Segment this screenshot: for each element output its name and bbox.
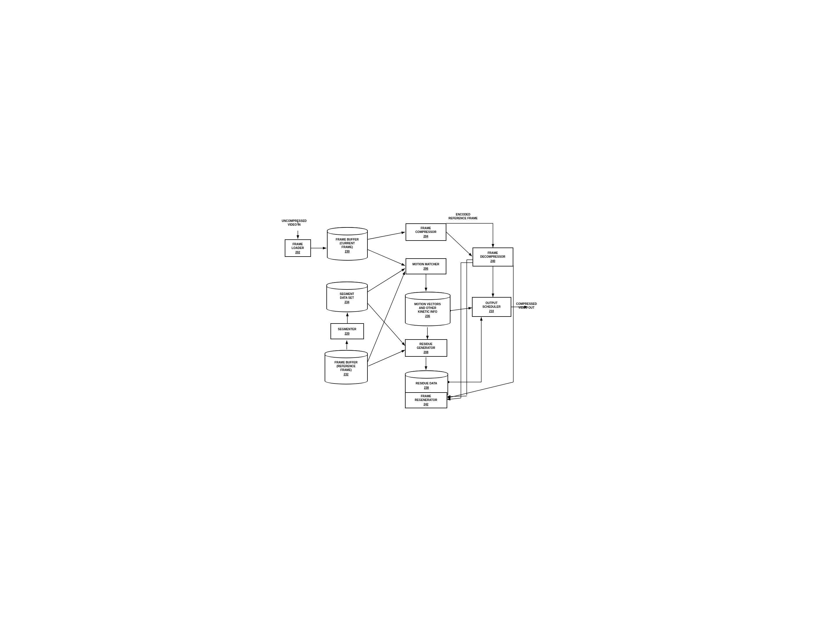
segment-data-set-ref: 234 — [345, 300, 349, 304]
frame-decompressor-box: FRAMEDECOMPRESSOR 240 — [473, 247, 513, 267]
motion-matcher-box: MOTION MATCHER 206 — [406, 258, 446, 274]
residue-generator-ref: 208 — [424, 350, 428, 354]
svg-line-8 — [446, 232, 472, 256]
frame-regenerator-ref: 242 — [424, 402, 428, 406]
frame-compressor-label: FRAMECOMPRESSOR — [415, 226, 436, 234]
svg-line-6 — [368, 232, 405, 239]
encoded-ref-frame-label: ENCODEDREFERENCE FRAME — [449, 213, 478, 220]
svg-line-7 — [368, 250, 405, 265]
frame-compressor-ref: 204 — [423, 235, 428, 238]
svg-line-14 — [447, 382, 513, 398]
diagram-container: FRAME LOADER 202 UNCOMPRESSEDVIDEO IN FR… — [281, 207, 560, 415]
segmenter-ref: 220 — [345, 332, 350, 335]
svg-line-15 — [368, 268, 405, 292]
svg-line-31 — [447, 398, 461, 399]
frame-regenerator-label: FRAMEREGENERATOR — [415, 394, 438, 402]
frame-decompressor-ref: 240 — [490, 259, 495, 263]
frame-loader-label: FRAME LOADER — [291, 242, 304, 250]
segmenter-label: SEGMENTER — [338, 327, 356, 331]
output-scheduler-label: OUTPUTSCHEDULER — [482, 301, 500, 309]
svg-line-20 — [368, 350, 405, 366]
segment-data-set-cylinder: SEGMENTDATA SET 234 — [326, 282, 368, 312]
frame-regenerator-box: FRAMEREGENERATOR 242 — [405, 392, 447, 408]
residue-generator-box: RESIDUEGENERATOR 208 — [405, 339, 447, 357]
frame-compressor-box: FRAMECOMPRESSOR 204 — [406, 223, 446, 241]
frame-buffer-current-ref: 230 — [345, 250, 350, 253]
compressed-video-out-label: COMPRESSEDVIDEO OUT — [516, 302, 537, 309]
frame-decompressor-label: FRAMEDECOMPRESSOR — [480, 251, 505, 259]
frame-buffer-ref-cylinder: FRAME BUFFER(REFERENCEFRAME) 232 — [325, 350, 368, 384]
svg-line-34 — [447, 396, 467, 396]
segmenter-box: SEGMENTER 220 — [331, 323, 364, 339]
motion-matcher-label: MOTION MATCHER — [412, 262, 439, 266]
output-scheduler-box: OUTPUTSCHEDULER 210 — [472, 297, 511, 317]
svg-line-19 — [368, 271, 405, 362]
residue-generator-label: RESIDUEGENERATOR — [417, 342, 435, 350]
motion-vectors-cylinder: MOTION VECTORSAND OTHERKINETIC INFO 236 — [405, 292, 450, 326]
motion-matcher-ref: 206 — [423, 267, 428, 270]
frame-loader-ref: 202 — [295, 250, 300, 254]
uncompressed-video-label: UNCOMPRESSEDVIDEO IN — [282, 219, 307, 227]
residue-data-ref: 238 — [424, 386, 429, 390]
frame-buffer-current-cylinder: FRAME BUFFER(CURRENTFRAME) 230 — [327, 227, 368, 261]
frame-buffer-ref-ref: 232 — [344, 372, 349, 376]
frame-loader-box: FRAME LOADER 202 — [285, 239, 311, 257]
svg-line-16 — [368, 303, 405, 346]
motion-vectors-ref: 236 — [425, 314, 430, 318]
output-scheduler-ref: 210 — [489, 309, 494, 313]
